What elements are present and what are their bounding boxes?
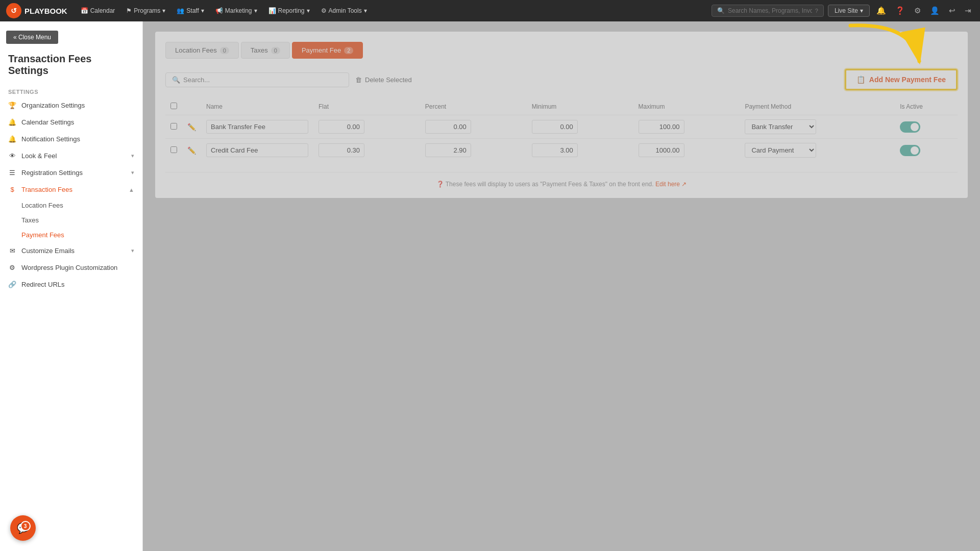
sidebar-item-label: Registration Settings [21,169,83,177]
user-icon[interactable]: 👤 [927,5,942,16]
name-input-1[interactable] [206,143,308,157]
chat-button[interactable]: 💬 3 [10,515,36,541]
payment-method-select-1[interactable]: Bank TransferCard PaymentCashCheckOther [745,143,816,158]
trophy-icon: 🏆 [8,102,16,109]
history-icon[interactable]: ↩ [946,5,958,16]
payment-fees-table: Name Flat Percent Minimum Maximum [165,98,958,162]
sidebar-item-label: Look & Feel [21,152,57,160]
nav-reporting[interactable]: 📊 Reporting ▾ [263,5,315,16]
sidebar-item-label: Organization Settings [21,102,85,109]
tab-location-fees[interactable]: Location Fees 0 [165,42,239,59]
notifications-icon[interactable]: 🔔 [874,5,889,16]
chat-inner: 💬 3 [17,522,30,534]
table-row: ✏️ Bank TransferCard PaymentCashCheckOth… [165,139,958,162]
registration-icon: ☰ [8,169,16,177]
select-all-checkbox[interactable] [170,103,177,109]
name-input-0[interactable] [206,120,308,134]
edit-button-0[interactable]: ✏️ [187,123,196,131]
edit-button-1[interactable]: ✏️ [187,146,196,155]
sidebar-item-notification-settings[interactable]: 🔔 Notification Settings [0,131,142,147]
nav-admin-tools[interactable]: ⚙ Admin Tools ▾ [316,5,372,16]
fee-note-text: These fees will display to users as "Pay… [446,181,654,188]
minimum-input-0[interactable] [532,120,578,134]
sidebar-item-calendar-settings[interactable]: 🔔 Calendar Settings [0,114,142,131]
email-icon: ✉ [8,247,16,255]
flat-input-1[interactable] [318,143,364,157]
maximum-input-1[interactable] [639,143,684,157]
flat-input-0[interactable] [318,120,364,134]
taxes-badge: 0 [271,47,280,54]
settings-icon[interactable]: ⚙ [912,5,923,16]
app-logo[interactable]: ↺ PLAYBOOK [6,3,67,18]
maximum-input-0[interactable] [639,120,684,134]
is-active-header: Is Active [895,98,958,115]
live-site-button[interactable]: Live Site ▾ [828,5,870,17]
sidebar-item-registration-settings[interactable]: ☰ Registration Settings ▾ [0,164,142,181]
sidebar-item-customize-emails[interactable]: ✉ Customize Emails ▾ [0,242,142,259]
search-box[interactable]: 🔍 [165,72,349,87]
chevron-icon: ▲ [129,187,134,193]
topnav-right-actions: Live Site ▾ 🔔 ❓ ⚙ 👤 ↩ ⇥ [828,5,974,17]
minimum-header: Minimum [527,98,633,115]
row-checkbox-0[interactable] [170,123,177,130]
link-icon: 🔗 [8,281,16,288]
nav-staff[interactable]: 👥 Staff ▾ [172,5,209,16]
global-search[interactable]: 🔍 ? [712,5,824,17]
sidebar-item-label: Notification Settings [21,135,80,143]
nav-programs[interactable]: ⚑ Programs ▾ [121,5,170,16]
search-input[interactable] [183,76,342,84]
tab-taxes[interactable]: Taxes 0 [241,42,290,59]
delete-selected-button[interactable]: 🗑 Delete Selected [355,76,412,84]
logo-icon: ↺ [6,3,21,18]
sidebar-sub-item-taxes[interactable]: Taxes [21,213,142,228]
payment-method-header: Payment Method [740,98,895,115]
bell-icon: 🔔 [8,135,16,143]
edit-here-link[interactable]: Edit here ↗ [655,181,687,188]
chevron-icon: ▾ [131,247,134,254]
percent-input-0[interactable] [425,120,471,134]
chevron-icon: ▾ [131,153,134,159]
search-help-icon: ? [815,8,818,14]
sidebar-item-redirect-urls[interactable]: 🔗 Redirect URLs [0,276,142,293]
toolbar: 🔍 🗑 Delete Selected [165,69,958,90]
tab-payment-fee[interactable]: Payment Fee 2 [292,42,363,59]
sidebar-item-label: Customize Emails [21,247,75,255]
sidebar-sub-item-location-fees[interactable]: Location Fees [21,198,142,213]
fee-note: ❓ These fees will display to users as "P… [165,172,958,188]
sidebar: « Close Menu Transaction Fees Settings S… [0,21,143,551]
page-wrapper: « Close Menu Transaction Fees Settings S… [0,0,980,551]
plus-icon: 📋 [856,76,865,84]
help-icon[interactable]: ❓ [893,5,908,16]
nav-calendar[interactable]: 📅 Calendar [76,5,120,16]
payment-method-select-0[interactable]: Bank TransferCard PaymentCashCheckOther [745,119,816,134]
sidebar-item-wordpress-plugin[interactable]: ⚙ Wordpress Plugin Customization [0,259,142,276]
minimum-input-1[interactable] [532,143,578,157]
sidebar-item-look-and-feel[interactable]: 👁 Look & Feel ▾ [0,147,142,164]
page-title: Transaction Fees Settings [0,49,142,85]
dollar-icon: $ [8,186,16,193]
plugin-icon: ⚙ [8,264,16,271]
name-header: Name [201,98,313,115]
search-input[interactable] [728,7,812,14]
settings-section-label: SETTINGS [0,85,142,97]
nav-marketing[interactable]: 📢 Marketing ▾ [210,5,262,16]
sidebar-item-organization-settings[interactable]: 🏆 Organization Settings [0,97,142,114]
sidebar-item-label: Transaction Fees [21,186,72,193]
active-toggle-0[interactable] [900,121,920,133]
sidebar-item-transaction-fees[interactable]: $ Transaction Fees ▲ [0,181,142,198]
active-toggle-1[interactable] [900,145,920,156]
eye-icon: 👁 [8,152,16,160]
table-row: ✏️ Bank TransferCard PaymentCashCheckOth… [165,115,958,139]
trash-icon: 🗑 [355,76,362,84]
top-navigation: ↺ PLAYBOOK 📅 Calendar ⚑ Programs ▾ 👥 Sta… [0,0,980,21]
add-new-payment-fee-button[interactable]: 📋 Add New Payment Fee [845,69,958,90]
tabs-container: Location Fees 0 Taxes 0 Payment Fee 2 [165,42,958,59]
percent-input-1[interactable] [425,143,471,157]
row-checkbox-1[interactable] [170,146,177,153]
sidebar-sub-item-payment-fees[interactable]: Payment Fees [21,228,142,242]
close-menu-button[interactable]: « Close Menu [6,31,58,44]
main-navigation: 📅 Calendar ⚑ Programs ▾ 👥 Staff ▾ 📢 Mark… [76,5,372,16]
search-icon: 🔍 [717,7,725,14]
logout-icon[interactable]: ⇥ [962,5,974,16]
sidebar-item-label: Redirect URLs [21,281,65,288]
